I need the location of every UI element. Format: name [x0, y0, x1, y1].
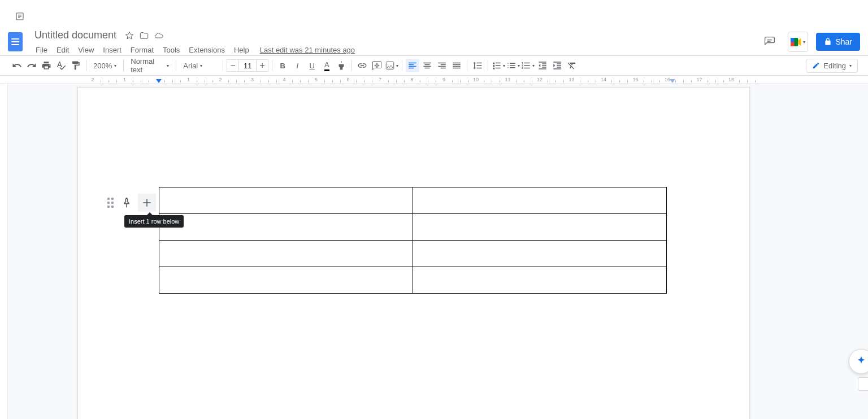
table-cell[interactable] — [413, 187, 667, 214]
menu-file[interactable]: File — [32, 44, 51, 56]
menu-edit[interactable]: Edit — [53, 44, 73, 56]
ruler-number: 4 — [283, 77, 285, 82]
undo-button[interactable] — [10, 59, 24, 72]
document-table[interactable] — [159, 187, 667, 294]
redo-button[interactable] — [25, 59, 38, 72]
table-cell[interactable] — [159, 267, 413, 294]
ruler-number: 15 — [632, 77, 638, 82]
share-button[interactable]: Shar — [816, 33, 860, 51]
star-icon[interactable] — [125, 31, 134, 40]
menu-help[interactable]: Help — [230, 44, 253, 56]
menu-insert[interactable]: Insert — [99, 44, 125, 56]
add-comment-button[interactable] — [370, 59, 384, 72]
outline-toggle-icon[interactable] — [14, 10, 26, 23]
font-size-decrease[interactable]: − — [227, 59, 239, 72]
toolbar: 200%▾ Normal text▾ Arial▾ − 11 + B I U A… — [0, 55, 868, 76]
increase-indent-button[interactable] — [550, 59, 564, 72]
table-cell[interactable] — [413, 267, 667, 294]
editing-mode-label: Editing — [823, 62, 846, 70]
align-left-button[interactable] — [406, 59, 419, 72]
document-page[interactable]: Insert 1 row below — [77, 87, 750, 419]
clear-formatting-button[interactable] — [565, 59, 579, 72]
menu-format[interactable]: Format — [127, 44, 158, 56]
font-size-value[interactable]: 11 — [239, 59, 256, 72]
table-row[interactable] — [159, 214, 667, 241]
ruler-number: 13 — [568, 77, 574, 82]
side-panel-toggle[interactable] — [858, 377, 868, 391]
move-icon[interactable] — [140, 31, 149, 40]
numbered-list-button[interactable]: ▾ — [521, 59, 535, 72]
ruler-number: 18 — [728, 77, 734, 82]
comments-button[interactable] — [760, 32, 780, 52]
ruler-number: 2 — [219, 77, 222, 82]
font-size-increase[interactable]: + — [256, 59, 268, 72]
ruler-number: 10 — [473, 77, 479, 82]
menu-tools[interactable]: Tools — [159, 44, 184, 56]
table-cell[interactable] — [413, 241, 667, 267]
align-justify-button[interactable] — [450, 59, 463, 72]
menu-extensions[interactable]: Extensions — [185, 44, 229, 56]
ruler-number: 16 — [665, 77, 670, 82]
paint-format-button[interactable] — [69, 59, 83, 72]
ruler-number: 8 — [410, 77, 413, 82]
drag-handle-icon[interactable] — [105, 196, 115, 210]
table-cell[interactable] — [159, 214, 413, 241]
ruler-number: 3 — [251, 77, 254, 82]
insert-image-button[interactable]: ▾ — [385, 59, 398, 72]
table-row[interactable] — [159, 241, 667, 267]
vertical-ruler[interactable] — [0, 84, 8, 419]
decrease-indent-button[interactable] — [536, 59, 549, 72]
svg-rect-4 — [791, 38, 795, 42]
last-edit-link[interactable]: Last edit was 21 minutes ago — [254, 44, 361, 56]
ruler-number: 1 — [123, 77, 126, 82]
ruler-number: 5 — [315, 77, 318, 82]
zoom-select[interactable]: 200%▾ — [90, 59, 120, 72]
docs-home-icon[interactable] — [8, 32, 23, 51]
indent-marker[interactable] — [156, 79, 162, 83]
print-button[interactable] — [40, 59, 53, 72]
line-spacing-button[interactable] — [471, 59, 484, 72]
style-select[interactable]: Normal text▾ — [127, 59, 172, 72]
ruler-number: 2 — [91, 77, 94, 82]
ruler-number: 7 — [379, 77, 381, 82]
svg-marker-3 — [798, 38, 801, 45]
text-color-button[interactable]: A — [320, 59, 333, 72]
table-row[interactable] — [159, 267, 667, 294]
meet-button[interactable]: ▾ — [788, 32, 808, 52]
table-cell[interactable] — [159, 187, 413, 214]
pin-row-button[interactable] — [119, 195, 134, 211]
right-margin-marker[interactable] — [670, 79, 675, 83]
menu-view[interactable]: View — [74, 44, 98, 56]
align-right-button[interactable] — [435, 59, 449, 72]
align-center-button[interactable] — [420, 59, 434, 72]
highlight-button[interactable] — [335, 59, 348, 72]
link-button[interactable] — [355, 59, 369, 72]
table-cell[interactable] — [159, 241, 413, 267]
bulleted-list-button[interactable]: ▾ — [506, 59, 520, 72]
bold-button[interactable]: B — [276, 59, 289, 72]
spellcheck-button[interactable] — [54, 59, 68, 72]
header: Untitled document File Edit View Insert … — [0, 28, 868, 55]
font-select[interactable]: Arial▾ — [180, 59, 219, 72]
underline-button[interactable]: U — [305, 59, 319, 72]
menubar: File Edit View Insert Format Tools Exten… — [32, 44, 760, 56]
italic-button[interactable]: I — [290, 59, 304, 72]
ruler-number: 11 — [505, 77, 510, 82]
ruler-number: 17 — [696, 77, 702, 82]
checklist-button[interactable]: ▾ — [492, 59, 505, 72]
ruler-number: 1 — [187, 77, 190, 82]
editing-mode-button[interactable]: Editing ▾ — [806, 59, 858, 73]
document-title[interactable]: Untitled document — [32, 28, 119, 43]
add-row-button[interactable]: Insert 1 row below — [138, 194, 156, 212]
canvas[interactable]: Insert 1 row below — [8, 84, 868, 419]
horizontal-ruler[interactable]: 21123456789101112131415161718 — [0, 76, 868, 84]
svg-rect-5 — [791, 42, 795, 46]
table-row[interactable] — [159, 187, 667, 214]
table-cell[interactable] — [413, 214, 667, 241]
ruler-number: 12 — [537, 77, 542, 82]
ruler-number: 14 — [601, 77, 606, 82]
insert-row-tooltip: Insert 1 row below — [124, 215, 184, 228]
font-size-control: − 11 + — [227, 59, 268, 72]
table-row-controls: Insert 1 row below — [105, 194, 156, 212]
cloud-status-icon[interactable] — [154, 31, 163, 40]
